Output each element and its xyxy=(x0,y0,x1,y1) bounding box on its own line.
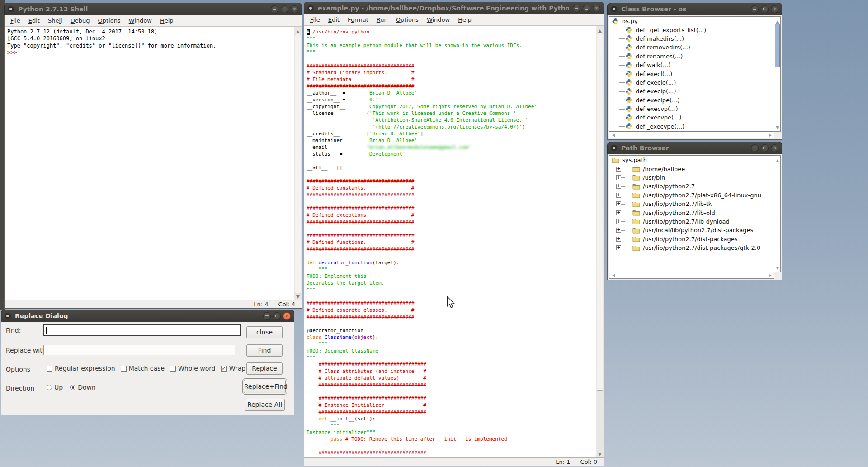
close-button[interactable]: ✕ xyxy=(291,5,298,13)
expand-plus-icon[interactable]: + xyxy=(616,167,621,172)
class-browser-titlebar[interactable]: Class Browser - os ✕ xyxy=(607,3,782,15)
close-button[interactable]: ✕ xyxy=(283,312,291,320)
code-editor-area[interactable]: #!/usr/bin/env python"""This is an examp… xyxy=(304,26,596,458)
menu-options[interactable]: Options xyxy=(94,17,124,24)
checkbox-whole-word[interactable]: Whole word xyxy=(170,365,216,372)
tree-item--usr-lib-python2-7-lib-dynload[interactable]: +/usr/lib/python2.7/lib-dynload xyxy=(609,217,774,226)
tree-item--usr-lib-python2-7-lib-old[interactable]: +/usr/lib/python2.7/lib-old xyxy=(609,208,774,217)
close-button[interactable]: ✕ xyxy=(771,5,778,13)
expand-plus-icon[interactable]: + xyxy=(616,193,621,198)
scroll-down-icon[interactable] xyxy=(294,293,302,300)
menu-window[interactable]: Window xyxy=(125,17,156,24)
tree-item-def-makedirs[interactable]: def makedirs(...) xyxy=(609,34,774,43)
radio-button[interactable] xyxy=(70,385,75,390)
tree-item-def-execvp[interactable]: def execvp(...) xyxy=(609,105,774,113)
tree-item-def-execle[interactable]: def execle(...) xyxy=(609,78,774,87)
class-browser-vertical-scrollbar[interactable] xyxy=(774,16,781,132)
maximize-button[interactable] xyxy=(761,144,769,152)
path-browser-horizontal-scrollbar[interactable] xyxy=(609,272,774,279)
checkbox-box[interactable] xyxy=(121,366,127,372)
tree-item-def-execl[interactable]: def execl(...) xyxy=(609,69,774,78)
expand-plus-icon[interactable]: + xyxy=(616,184,621,189)
expand-plus-icon[interactable]: + xyxy=(616,175,621,180)
scroll-left-icon[interactable] xyxy=(609,132,616,138)
maximize-button[interactable] xyxy=(761,5,769,13)
menu-file[interactable]: File xyxy=(6,17,24,24)
menu-run[interactable]: Run xyxy=(373,16,392,23)
shell-vertical-scrollbar[interactable] xyxy=(294,27,302,300)
checkbox-box[interactable] xyxy=(47,366,52,372)
editor-titlebar[interactable]: example.py - /home/ballbee/Dropbox/Softw… xyxy=(304,2,604,14)
radio-button[interactable] xyxy=(47,385,52,390)
tree-item--usr-lib-python2-7-lib-tk[interactable]: +/usr/lib/python2.7/lib-tk xyxy=(609,200,774,208)
scrollbar-thumb[interactable] xyxy=(295,34,301,293)
expand-plus-icon[interactable]: + xyxy=(616,210,621,215)
tree-item--usr-lib-python2-7-dist-packages-gtk-2-0[interactable]: +/usr/lib/python2.7/dist-packages/gtk-2.… xyxy=(609,243,774,252)
path-browser-vertical-scrollbar[interactable] xyxy=(774,155,781,272)
minimize-button[interactable] xyxy=(263,312,271,320)
tree-item--usr-bin[interactable]: +/usr/bin xyxy=(609,173,774,182)
menu-shell[interactable]: Shell xyxy=(44,17,66,24)
menu-debug[interactable]: Debug xyxy=(66,17,94,24)
tree-item--usr-lib-python2-7-dist-packages[interactable]: +/usr/lib/python2.7/dist-packages xyxy=(609,235,774,243)
replace-dialog-titlebar[interactable]: Replace Dialog ✕ xyxy=(1,310,294,322)
scroll-up-icon[interactable] xyxy=(774,156,780,163)
button-replace[interactable]: Replace xyxy=(246,362,283,375)
menu-window[interactable]: Window xyxy=(423,16,454,23)
tree-root-os-py[interactable]: os.py xyxy=(609,17,774,25)
menu-help[interactable]: Help xyxy=(454,16,476,23)
shell-titlebar[interactable]: Python 2.7.12 Shell ✕ xyxy=(4,3,302,15)
minimize-button[interactable] xyxy=(751,144,759,152)
checkbox-box[interactable] xyxy=(170,366,176,372)
menu-help[interactable]: Help xyxy=(156,17,178,24)
scroll-up-icon[interactable] xyxy=(596,26,604,33)
tree-item-def-renames[interactable]: def renames(...) xyxy=(609,52,774,61)
close-button[interactable]: ✕ xyxy=(771,144,778,152)
checkbox-regular-expression[interactable]: Regular expression xyxy=(47,365,115,372)
scroll-right-icon[interactable] xyxy=(767,272,774,278)
maximize-button[interactable] xyxy=(281,5,288,13)
minimize-button[interactable] xyxy=(573,5,580,12)
tree-item-def-execvpe[interactable]: def execvpe(...) xyxy=(609,113,774,122)
tree-item--usr-local-lib-python2-7-dist-packages[interactable]: +/usr/local/lib/python2.7/dist-packages xyxy=(609,226,774,234)
expand-plus-icon[interactable]: + xyxy=(616,245,621,250)
minimize-button[interactable] xyxy=(751,5,759,13)
menu-options[interactable]: Options xyxy=(392,16,423,23)
tree-item--usr-lib-python2-7[interactable]: +/usr/lib/python2.7 xyxy=(609,182,774,191)
tree-item--home-ballbee[interactable]: +/home/ballbee xyxy=(609,164,774,173)
button-replace-all[interactable]: Replace All xyxy=(245,399,285,411)
tree-item--usr-lib-python2-7-plat-x86-64-linux-gnu[interactable]: +/usr/lib/python2.7/plat-x86_64-linux-gn… xyxy=(609,191,774,200)
scroll-up-icon[interactable] xyxy=(774,17,780,24)
tree-item-def-removedirs[interactable]: def removedirs(...) xyxy=(609,43,774,52)
find-input[interactable] xyxy=(43,324,241,336)
checkbox-match-case[interactable]: Match case xyxy=(121,365,165,372)
menu-edit[interactable]: Edit xyxy=(324,16,344,23)
scroll-up-icon[interactable] xyxy=(294,27,302,34)
menu-file[interactable]: File xyxy=(306,16,324,23)
scrollbar-thumb[interactable] xyxy=(775,24,780,67)
tree-item-def-get-exports-list[interactable]: def _get_exports_list(...) xyxy=(609,25,774,34)
tree-item-def-execvpe[interactable]: def _execvpe(...) xyxy=(609,122,774,131)
tree-item-def-execlp[interactable]: def execlp(...) xyxy=(609,87,774,95)
menu-edit[interactable]: Edit xyxy=(24,17,44,24)
scroll-down-icon[interactable] xyxy=(774,264,780,272)
expand-plus-icon[interactable]: + xyxy=(616,237,621,242)
tree-root-sys-path[interactable]: sys.path xyxy=(609,156,774,164)
expand-plus-icon[interactable]: + xyxy=(616,219,621,224)
button-close[interactable]: close xyxy=(246,326,283,338)
button-replace-find[interactable]: Replace+Find xyxy=(244,380,286,393)
expand-plus-icon[interactable]: + xyxy=(616,228,621,233)
close-button[interactable]: ✕ xyxy=(593,5,600,12)
button-find[interactable]: Find xyxy=(246,344,283,357)
tree-item-def-execlpe[interactable]: def execlpe(...) xyxy=(609,96,774,105)
scroll-left-icon[interactable] xyxy=(609,272,616,278)
path-browser-titlebar[interactable]: Path Browser ✕ xyxy=(607,142,782,154)
radio-down[interactable]: Down xyxy=(70,384,96,391)
tree-item-def-walk[interactable]: def walk(...) xyxy=(609,61,774,69)
maximize-button[interactable] xyxy=(583,5,590,12)
class-browser-horizontal-scrollbar[interactable] xyxy=(609,132,774,138)
radio-up[interactable]: Up xyxy=(47,384,63,391)
menu-format[interactable]: Format xyxy=(344,16,373,23)
minimize-button[interactable] xyxy=(271,5,278,13)
replace-input[interactable] xyxy=(43,345,235,355)
